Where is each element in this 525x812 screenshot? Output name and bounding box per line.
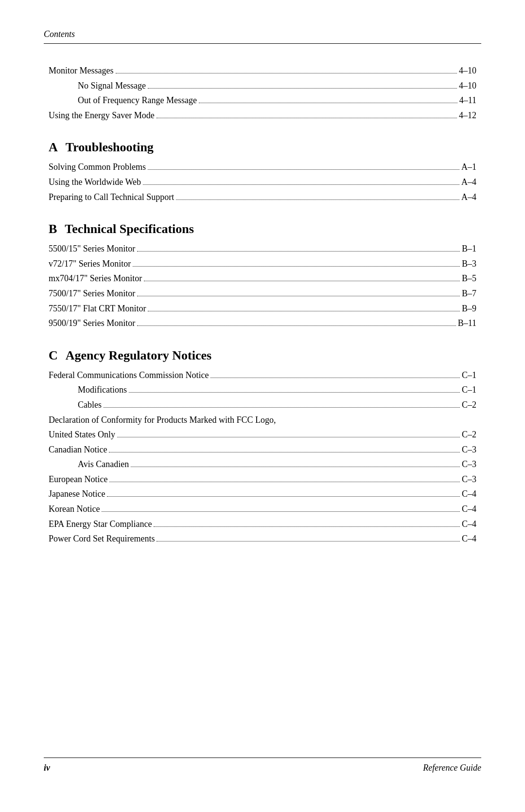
page-footer: iv Reference Guide <box>44 758 481 773</box>
page-header: Contents <box>44 29 481 44</box>
toc-item-page: A–1 <box>461 160 476 175</box>
toc-item: No Signal Message4–10 <box>49 78 476 93</box>
toc-item: Korean NoticeC–4 <box>49 502 476 517</box>
toc-item-title: Preparing to Call Technical Support <box>49 190 174 205</box>
toc-item-dots <box>157 118 457 118</box>
toc-item: Avis CanadienC–3 <box>49 457 476 472</box>
toc-item-no-dots: Declaration of Conformity for Products M… <box>49 413 476 428</box>
toc-item: v72/17" Series MonitorB–3 <box>49 256 476 271</box>
toc-item-title: 9500/19" Series Monitor <box>49 316 135 331</box>
toc-item-title: mx704/17" Series Monitor <box>49 271 142 286</box>
toc-item-dots <box>104 407 460 408</box>
toc-item: 7550/17" Flat CRT MonitorB–9 <box>49 301 476 316</box>
toc-item-title: Federal Communications Commission Notice <box>49 368 209 383</box>
section-title: Technical Specifications <box>65 222 194 236</box>
toc-item-dots <box>109 482 460 482</box>
toc-item-dots <box>137 296 460 296</box>
toc-item-dots <box>116 73 457 73</box>
toc-item-dots <box>129 392 460 393</box>
toc-item-page: 4–10 <box>459 63 476 78</box>
toc-item: ModificationsC–1 <box>49 382 476 397</box>
page: Contents Monitor Messages4–10No Signal M… <box>0 0 525 812</box>
toc-item-dots <box>210 378 460 378</box>
section-letter: B <box>49 222 57 236</box>
toc-item-title: v72/17" Series Monitor <box>49 256 131 271</box>
toc-item-dots <box>137 251 460 252</box>
toc-item-title: Using the Energy Saver Mode <box>49 108 155 123</box>
toc-item-page: B–5 <box>462 271 476 286</box>
toc-item: 7500/17" Series MonitorB–7 <box>49 286 476 301</box>
toc-item-page: C–2 <box>462 427 476 442</box>
toc-item-title: Avis Canadien <box>78 457 129 472</box>
toc-item: 9500/19" Series MonitorB–11 <box>49 316 476 331</box>
toc-item: Using the Energy Saver Mode4–12 <box>49 108 476 123</box>
toc-item-dots <box>176 199 459 200</box>
toc-item-dots <box>109 452 460 452</box>
toc-item-page: C–4 <box>462 531 476 546</box>
toc-item-dots <box>117 437 460 437</box>
toc-item: EPA Energy Star ComplianceC–4 <box>49 517 476 532</box>
sections-container: ATroubleshootingSolving Common ProblemsA… <box>49 140 476 546</box>
toc-item-dots <box>107 496 460 497</box>
toc-item-page: C–4 <box>462 502 476 517</box>
toc-item-dots <box>154 526 460 527</box>
toc-item-page: C–1 <box>462 368 476 383</box>
toc-item-page: B–11 <box>458 316 476 331</box>
section-heading: CAgency Regulatory Notices <box>49 348 476 363</box>
toc-item-page: 4–12 <box>459 108 476 123</box>
toc-item-title: Korean Notice <box>49 502 100 517</box>
toc-item-dots <box>137 325 455 326</box>
toc-item-page: C–3 <box>462 457 476 472</box>
toc-item-title: Japanese Notice <box>49 487 105 502</box>
toc-item-dots <box>131 467 460 467</box>
toc-item-title: EPA Energy Star Compliance <box>49 517 152 532</box>
toc-item: European NoticeC–3 <box>49 472 476 487</box>
toc-item: Solving Common ProblemsA–1 <box>49 160 476 175</box>
toc-item-dots <box>143 184 459 185</box>
section-title: Troubleshooting <box>66 140 154 155</box>
toc-item: United States OnlyC–2 <box>49 427 476 442</box>
footer-title: Reference Guide <box>423 763 481 773</box>
toc-item-page: 4–11 <box>459 93 476 108</box>
toc-item-title: Monitor Messages <box>49 63 114 78</box>
toc-item-page: C–2 <box>462 397 476 413</box>
toc-item-page: A–4 <box>461 175 476 190</box>
toc-item-title: Solving Common Problems <box>49 160 146 175</box>
toc-item-page: 4–10 <box>459 78 476 93</box>
toc-item-page: C–3 <box>462 472 476 487</box>
toc-item: Japanese NoticeC–4 <box>49 487 476 502</box>
toc-item-title: European Notice <box>49 472 107 487</box>
toc-item: Out of Frequency Range Message4–11 <box>49 93 476 108</box>
toc-item-page: B–9 <box>462 301 476 316</box>
section-heading: BTechnical Specifications <box>49 222 476 236</box>
section-title: Agency Regulatory Notices <box>66 348 211 363</box>
toc-item-title: Modifications <box>78 382 127 397</box>
intro-toc-group: Monitor Messages4–10No Signal Message4–1… <box>49 63 476 123</box>
toc-content: Monitor Messages4–10No Signal Message4–1… <box>44 63 481 758</box>
toc-item-title: 7500/17" Series Monitor <box>49 286 135 301</box>
toc-item: mx704/17" Series MonitorB–5 <box>49 271 476 286</box>
toc-item-title: Canadian Notice <box>49 442 107 457</box>
toc-item-title: Power Cord Set Requirements <box>49 531 155 546</box>
toc-item: Power Cord Set RequirementsC–4 <box>49 531 476 546</box>
toc-item-title: Using the Worldwide Web <box>49 175 141 190</box>
toc-item-title: United States Only <box>49 427 115 442</box>
toc-item-page: C–3 <box>462 442 476 457</box>
toc-item-page: C–4 <box>462 487 476 502</box>
toc-item: CablesC–2 <box>49 397 476 413</box>
toc-item-title: Out of Frequency Range Message <box>78 93 197 108</box>
toc-item: Using the Worldwide WebA–4 <box>49 175 476 190</box>
header-label: Contents <box>44 29 75 39</box>
section-letter: A <box>49 140 58 155</box>
toc-item-title: Cables <box>78 397 102 413</box>
toc-item-dots <box>157 541 460 541</box>
toc-item: 5500/15" Series MonitorB–1 <box>49 241 476 256</box>
toc-item-title: 5500/15" Series Monitor <box>49 241 135 256</box>
toc-item-page: B–3 <box>462 256 476 271</box>
toc-item-dots <box>199 103 457 103</box>
toc-item-page: C–1 <box>462 382 476 397</box>
section-heading: ATroubleshooting <box>49 140 476 155</box>
toc-item: Monitor Messages4–10 <box>49 63 476 78</box>
toc-item-dots <box>133 266 460 267</box>
toc-item-title: No Signal Message <box>78 78 146 93</box>
